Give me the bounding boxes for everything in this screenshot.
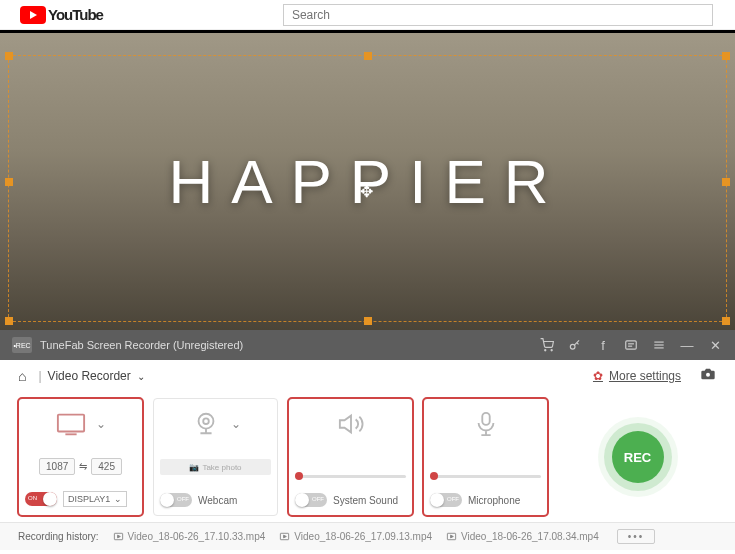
breadcrumb[interactable]: Video Recorder — [48, 369, 131, 383]
history-item[interactable]: Video_18-06-26_17.09.13.mp4 — [279, 531, 432, 542]
mic-toggle[interactable]: OFF — [430, 493, 462, 507]
rec-badge-icon: •REC — [12, 337, 32, 353]
camera-icon[interactable] — [699, 366, 717, 386]
history-label: Recording history: — [18, 531, 99, 542]
svg-marker-20 — [451, 535, 454, 538]
svg-marker-16 — [117, 535, 120, 538]
take-photo-button[interactable]: 📷 Take photo — [160, 459, 271, 475]
mic-label: Microphone — [468, 495, 520, 506]
svg-point-2 — [570, 344, 575, 349]
video-file-icon — [446, 531, 457, 542]
speaker-icon — [336, 411, 366, 437]
video-preview[interactable]: HAPPIER ✥ — [0, 30, 735, 330]
camera-icon: 📷 — [189, 463, 199, 472]
svg-marker-18 — [284, 535, 287, 538]
webcam-toggle[interactable]: OFF — [160, 493, 192, 507]
screen-panel: ⌄ 1087 ⇋ 425 ON DISPLAY1 ⌄ — [18, 398, 143, 516]
selection-handle[interactable] — [722, 317, 730, 325]
selection-handle[interactable] — [364, 52, 372, 60]
svg-point-0 — [545, 350, 546, 351]
more-settings-link[interactable]: ✿ More settings — [593, 369, 681, 383]
chevron-down-icon[interactable]: ⌄ — [96, 417, 106, 431]
system-sound-panel: OFF System Sound — [288, 398, 413, 516]
svg-rect-14 — [482, 413, 489, 425]
menu-icon[interactable] — [623, 337, 639, 353]
chevron-down-icon[interactable]: ⌄ — [137, 371, 145, 382]
svg-rect-10 — [57, 415, 83, 432]
video-file-icon — [113, 531, 124, 542]
app-title: TuneFab Screen Recorder (Unregistered) — [40, 339, 243, 351]
record-area: REC — [558, 398, 717, 516]
close-icon[interactable]: ✕ — [707, 337, 723, 353]
webcam-panel: ⌄ 📷 Take photo OFF Webcam — [153, 398, 278, 516]
selection-handle[interactable] — [722, 178, 730, 186]
sound-label: System Sound — [333, 495, 398, 506]
gear-icon: ✿ — [593, 369, 603, 383]
screen-toggle[interactable]: ON — [25, 492, 57, 506]
history-more-button[interactable]: ••• — [617, 529, 656, 544]
webcam-icon — [191, 411, 221, 437]
app-titlebar: •REC TuneFab Screen Recorder (Unregister… — [0, 330, 735, 360]
youtube-header: YouTube — [0, 0, 735, 30]
move-cursor-icon: ✥ — [360, 182, 373, 201]
minimize-icon[interactable]: — — [679, 337, 695, 353]
selection-handle[interactable] — [722, 52, 730, 60]
sound-volume-slider[interactable] — [295, 475, 406, 478]
webcam-label: Webcam — [198, 495, 237, 506]
history-item[interactable]: Video_18-06-26_17.10.33.mp4 — [113, 531, 266, 542]
chevron-down-icon[interactable]: ⌄ — [231, 417, 241, 431]
subheader: ⌂ | Video Recorder ⌄ ✿ More settings — [0, 360, 735, 392]
selection-handle[interactable] — [5, 52, 13, 60]
settings-bars-icon[interactable] — [651, 337, 667, 353]
footer: Recording history: Video_18-06-26_17.10.… — [0, 522, 735, 550]
svg-rect-3 — [626, 341, 637, 349]
youtube-brand-text: YouTube — [48, 6, 103, 23]
width-input[interactable]: 1087 — [39, 458, 75, 475]
search-input[interactable] — [283, 4, 713, 26]
svg-point-1 — [551, 350, 552, 351]
facebook-icon[interactable]: f — [595, 337, 611, 353]
youtube-logo[interactable]: YouTube — [20, 6, 103, 24]
microphone-icon — [471, 411, 501, 437]
dimensions-row: 1087 ⇋ 425 — [39, 458, 122, 475]
video-file-icon — [279, 531, 290, 542]
cart-icon[interactable] — [539, 337, 555, 353]
selection-handle[interactable] — [5, 178, 13, 186]
home-icon[interactable]: ⌂ — [18, 368, 26, 384]
screen-icon — [56, 411, 86, 437]
display-select[interactable]: DISPLAY1 ⌄ — [63, 491, 127, 507]
link-icon[interactable]: ⇋ — [79, 461, 87, 472]
microphone-panel: OFF Microphone — [423, 398, 548, 516]
sound-toggle[interactable]: OFF — [295, 493, 327, 507]
history-item[interactable]: Video_18-06-26_17.08.34.mp4 — [446, 531, 599, 542]
source-panels: ⌄ 1087 ⇋ 425 ON DISPLAY1 ⌄ ⌄ 📷 Take phot… — [0, 392, 735, 522]
youtube-icon — [20, 6, 46, 24]
key-icon[interactable] — [567, 337, 583, 353]
svg-point-12 — [198, 414, 213, 429]
mic-volume-slider[interactable] — [430, 475, 541, 478]
svg-point-9 — [706, 373, 710, 377]
height-input[interactable]: 425 — [91, 458, 122, 475]
chevron-down-icon: ⌄ — [114, 494, 122, 504]
selection-handle[interactable] — [5, 317, 13, 325]
svg-point-13 — [203, 418, 209, 424]
separator: | — [38, 369, 41, 383]
record-button[interactable]: REC — [612, 431, 664, 483]
selection-handle[interactable] — [364, 317, 372, 325]
